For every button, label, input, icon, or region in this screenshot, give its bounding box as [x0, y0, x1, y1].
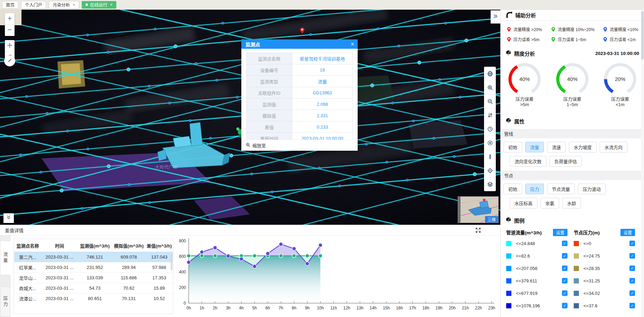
attr-button[interactable]: 水流方向 — [600, 142, 627, 152]
minimap[interactable]: 三维 — [458, 196, 499, 223]
table-cell: 746.121 — [78, 254, 112, 260]
legend-checkbox[interactable]: ✓ — [562, 290, 567, 296]
side-tab-flow[interactable]: 流量 — [0, 241, 10, 275]
zoom-to-button[interactable]: 缩放至 — [252, 142, 266, 149]
x-tick-label: 14h — [370, 306, 377, 310]
legend-checkbox[interactable]: ✓ — [629, 290, 635, 296]
legend-checkbox[interactable]: ✓ — [562, 253, 567, 259]
settings-button[interactable]: 设置 — [553, 229, 567, 236]
attr-button[interactable]: 水力坡度 — [569, 142, 597, 152]
x-tick-label: 9h — [305, 306, 310, 310]
panel-scrollbar[interactable] — [641, 10, 644, 317]
legend-item-label: <=0 — [583, 241, 591, 246]
map-zoom-in-button[interactable] — [5, 13, 15, 25]
attr-button[interactable]: 流量 — [525, 142, 544, 152]
column-header: 监测值(m^3/h) — [78, 242, 112, 249]
legend-checkbox[interactable]: ✓ — [629, 303, 635, 308]
tab-close-icon[interactable]: × — [73, 2, 75, 7]
map-tool-locate-button[interactable] — [484, 164, 496, 177]
map-pointer-button[interactable] — [4, 55, 15, 66]
legend-item: <=24.848✓ — [506, 239, 574, 249]
minimap-mode-badge[interactable]: 三维 — [485, 216, 498, 223]
attr-button[interactable]: 初始 — [503, 184, 522, 194]
compass-needle-icon — [487, 154, 493, 160]
map-tool-globe-button[interactable] — [484, 67, 496, 81]
legend-checkbox[interactable]: ✓ — [629, 265, 635, 271]
field-label: 关联组件ID — [247, 87, 292, 99]
fullscreen-expand-icon — [475, 227, 481, 233]
attr-button[interactable]: 初始 — [503, 142, 522, 152]
tab-online[interactable]: 在线运行× — [82, 1, 116, 9]
legend-title: 图例 — [514, 217, 525, 224]
field-label: 监测值 — [247, 99, 292, 110]
scrollbar-thumb[interactable] — [641, 11, 644, 59]
attributes-section-header: 属性 — [506, 118, 639, 125]
tab-home[interactable]: 首页 — [2, 1, 18, 9]
legend-checkbox[interactable]: ✓ — [562, 303, 567, 308]
table-row[interactable]: 商城大...2023-03-31 ...54.7370.6215.89 — [14, 283, 173, 293]
map-tool-radar-button[interactable] — [484, 136, 496, 150]
legend-checkbox[interactable]: ✓ — [629, 253, 635, 259]
settings-button[interactable]: 设置 — [620, 229, 635, 236]
x-tick-label: 15h — [383, 306, 390, 310]
attr-button[interactable]: 余氯 — [540, 198, 559, 208]
table-row[interactable]: 流潭公...2023-03-31 ...80.65170.13110.52 — [14, 293, 173, 304]
tab-pollution[interactable]: 污染分析× — [49, 1, 79, 9]
field-label: 监测类型 — [247, 76, 292, 87]
right-panel-toggle-button[interactable] — [491, 10, 500, 24]
table-row[interactable]: 第二汽...2023-03-31 ...746.121609.078137.04… — [14, 252, 173, 262]
table-cell: 17.353 — [146, 275, 173, 280]
legend-swatch — [574, 266, 579, 271]
fullscreen-expand-icon[interactable] — [475, 227, 481, 233]
measured-point — [266, 252, 270, 255]
map-tool-compass-needle-button[interactable] — [484, 150, 496, 164]
attr-button[interactable]: 水龄 — [562, 198, 581, 208]
x-tick-label: 17h — [409, 306, 416, 310]
map-tool-swap-vertical-button[interactable] — [484, 108, 496, 122]
legend-column: 管道流量(m^3/h)设置<=24.848✓<=82.6✓<=207.056✓<… — [506, 229, 574, 311]
x-tick-label: 11h — [330, 306, 337, 310]
measured-point — [279, 242, 283, 246]
bottom-panel-collapse-button[interactable] — [3, 213, 14, 223]
gauge-percent: 40% — [567, 76, 578, 82]
attr-button[interactable]: 水压标高 — [510, 198, 537, 208]
attr-button[interactable]: 流速 — [547, 142, 566, 152]
panel-title: 辅助分析 — [515, 11, 536, 19]
map-tool-layers-button[interactable] — [484, 177, 496, 191]
group-bar-pipeline: 管线 — [501, 129, 644, 138]
attr-button[interactable]: 节点流量 — [547, 184, 575, 194]
gauge-label-line1: 压力误差 — [516, 96, 534, 102]
gauge-label-line1: 压力误差 — [563, 96, 581, 102]
simulated-point — [200, 254, 204, 258]
minus-icon — [7, 27, 12, 34]
side-tab-pressure[interactable]: 压力 — [0, 287, 10, 317]
table-row[interactable]: 红苹果...2023-03-31 ...231.952289.9457.988 — [14, 262, 173, 272]
legend-column-title: 节点压力(m) — [574, 229, 600, 236]
map-tool-clock-button[interactable] — [484, 122, 496, 136]
field-value[interactable]: 新星驾校干河培训基地 — [292, 53, 353, 64]
attribute-groups: 管线初始流量流速水力坡度水流方向流向变化次数负荷量评估节点初始压力节点流量压力波… — [501, 129, 644, 208]
tab-close-icon[interactable]: × — [110, 2, 113, 7]
gauge-percent: 20% — [615, 76, 625, 82]
legend-checkbox[interactable]: ✓ — [629, 241, 635, 246]
map-pan-button[interactable] — [5, 40, 15, 52]
attr-button[interactable]: 流向变化次数 — [510, 156, 546, 167]
dialog-field-row: 设备编号19 — [247, 64, 353, 76]
map-tool-zoom-in-button[interactable] — [484, 81, 496, 94]
legend-checkbox[interactable]: ✓ — [562, 278, 567, 283]
table-row[interactable]: 龙华山...2023-03-31 ...133.039115.68617.353 — [14, 272, 173, 283]
field-label: 设备编号 — [247, 64, 292, 76]
map-zoom-out-button[interactable] — [5, 25, 15, 36]
field-value: 流量 — [292, 76, 353, 87]
close-icon[interactable]: × — [351, 41, 354, 47]
locate-icon — [487, 168, 493, 174]
legend-checkbox[interactable]: ✓ — [629, 278, 635, 283]
legend-checkbox[interactable]: ✓ — [562, 265, 567, 271]
attr-button[interactable]: 压力 — [525, 184, 544, 194]
attr-button[interactable]: 压力波动 — [578, 184, 606, 194]
dialog-footer: 缩放至 — [241, 140, 358, 151]
map-tool-zoom-out-button[interactable] — [484, 94, 496, 108]
legend-checkbox[interactable]: ✓ — [562, 241, 567, 246]
tab-portal[interactable]: 个人门户 — [21, 1, 46, 9]
attr-button[interactable]: 负荷量评估 — [549, 156, 582, 167]
